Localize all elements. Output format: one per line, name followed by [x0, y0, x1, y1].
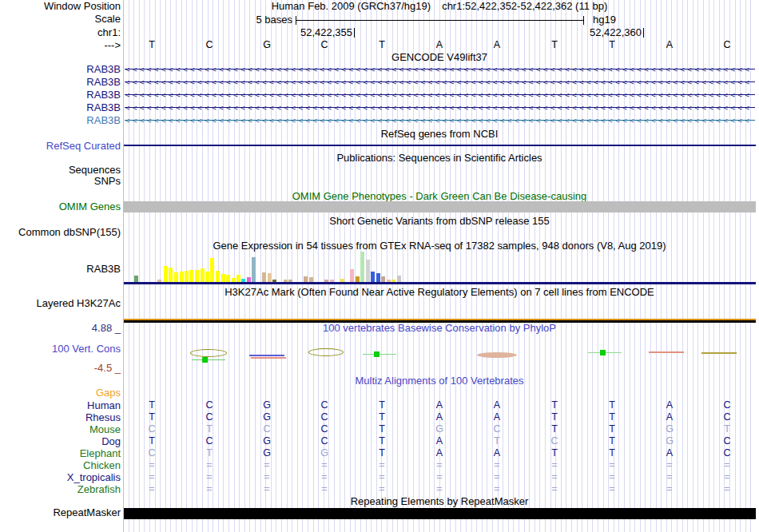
- layered-h3k27ac-label[interactable]: Layered H3K27Ac: [36, 298, 121, 309]
- common-dbsnp-label[interactable]: Common dbSNP(155): [18, 227, 121, 238]
- gene-label[interactable]: RAB3B: [86, 77, 121, 88]
- alignment-cell: T: [140, 399, 164, 411]
- alignment-cell: C: [542, 435, 566, 447]
- alignment-cell: A: [485, 447, 509, 459]
- alignment-cell: G: [255, 411, 279, 423]
- repeatmasker-title: Repeating Elements by RepeatMasker: [123, 496, 756, 507]
- refseq-curated-label[interactable]: RefSeq Curated: [46, 141, 121, 152]
- coordinate-left-tick: [354, 28, 355, 38]
- alignment-cell: C: [715, 447, 739, 459]
- genome-browser-image: Window Position Human Feb. 2009 (GRCh37/…: [0, 0, 759, 532]
- species-label: Elephant: [80, 447, 121, 459]
- alignment-cell: C: [715, 399, 739, 411]
- gtex-bar: [397, 276, 401, 282]
- track-left-guide: [123, 0, 124, 532]
- header-position-line: Human Feb. 2009 (GRCh37/hg19)chr1:52,422…: [123, 1, 756, 12]
- base-letter: A: [427, 40, 451, 50]
- gene-label[interactable]: RAB3B: [86, 102, 121, 113]
- alignment-cell: =: [427, 459, 451, 471]
- gtex-bar: [180, 272, 184, 282]
- snps-label[interactable]: SNPs: [94, 176, 121, 187]
- alignment-cell: =: [715, 459, 739, 471]
- alignment-cell: A: [658, 411, 682, 423]
- gene-label[interactable]: RAB3B: [86, 89, 121, 101]
- base-letter: C: [197, 40, 221, 50]
- gtex-bar: [221, 274, 225, 282]
- alignment-cell: G: [255, 399, 279, 411]
- alignment-cell: C: [312, 411, 336, 423]
- alignment-cell: G: [427, 423, 451, 435]
- omim-genes-label[interactable]: OMIM Genes: [59, 201, 121, 212]
- gtex-bar: [216, 271, 220, 282]
- alignment-cell: T: [370, 435, 394, 447]
- scale-bar: [296, 20, 583, 21]
- gene-label[interactable]: RAB3B: [86, 64, 121, 75]
- gtex-bar: [201, 268, 205, 282]
- gene-direction-arrows: <<<<<<<<<<<<<<<<<<<<<<<<<<<<<<<<<<<<<<<<…: [125, 64, 755, 75]
- dbsnp-title: Short Genetic Variants from dbSNP releas…: [123, 216, 756, 227]
- cons-mark: [363, 354, 396, 355]
- alignment-cell: A: [427, 411, 451, 423]
- base-letter: T: [542, 40, 566, 50]
- alignment-cell: =: [140, 483, 164, 495]
- scale-bar-right-tick: [583, 16, 584, 25]
- multiz-title: Multiz Alignments of 100 Vertebrates: [123, 375, 756, 387]
- gtex-gene-label[interactable]: RAB3B: [86, 264, 121, 275]
- alignment-cell: =: [542, 459, 566, 471]
- gtex-bar: [164, 266, 168, 282]
- alignment-cell: C: [312, 399, 336, 411]
- gtex-bar: [185, 271, 189, 282]
- alignment-cell: T: [370, 411, 394, 423]
- species-label: X_tropicalis: [67, 471, 121, 483]
- gencode-title[interactable]: GENCODE V49lift37: [123, 52, 756, 63]
- cons-mark: [202, 357, 208, 363]
- scale-label: Scale: [94, 14, 121, 25]
- repeatmasker-bar: [124, 508, 756, 519]
- gtex-bar: [169, 268, 173, 282]
- alignment-cell: A: [658, 447, 682, 459]
- cons-mark: [701, 352, 737, 354]
- base-letter: C: [312, 40, 336, 50]
- alignment-cell: =: [370, 459, 394, 471]
- alignment-cell: C: [715, 435, 739, 447]
- chrom-label: chr1:: [97, 27, 121, 38]
- alignment-cell: T: [600, 411, 624, 423]
- gene-direction-arrows: <<<<<<<<<<<<<<<<<<<<<<<<<<<<<<<<<<<<<<<<…: [125, 102, 755, 113]
- alignment-cell: =: [255, 459, 279, 471]
- gtex-title: Gene Expression in 54 tissues from GTEx …: [123, 240, 756, 252]
- alignment-cell: T: [370, 399, 394, 411]
- repeatmasker-label[interactable]: RepeatMasker: [53, 507, 121, 518]
- species-label: Rhesus: [85, 411, 121, 423]
- conservation-label[interactable]: 100 Vert. Cons: [52, 343, 121, 355]
- cons-axis-max: 4.88 _: [92, 323, 121, 334]
- base-letter: T: [600, 40, 624, 50]
- base-letter: T: [140, 40, 164, 50]
- assembly-label: Human Feb. 2009 (GRCh37/hg19): [272, 0, 431, 12]
- gene-model: <<<<<<<<<<<<<<<<<<<<<<<<<<<<<<<<<<<<<<<<…: [125, 77, 755, 88]
- refseq-gene-bar: [124, 145, 756, 146]
- gtex-bar: [262, 272, 266, 282]
- gaps-label[interactable]: Gaps: [96, 387, 121, 399]
- alignment-cell: T: [715, 423, 739, 435]
- base-letter: T: [370, 40, 394, 50]
- alignment-cell: G: [312, 447, 336, 459]
- gene-label[interactable]: RAB3B: [86, 115, 121, 126]
- alignment-cell: C: [485, 423, 509, 435]
- alignment-cell: =: [715, 483, 739, 495]
- alignment-cell: T: [370, 447, 394, 459]
- cons-mark: [649, 351, 684, 353]
- alignment-cell: =: [140, 471, 164, 483]
- gtex-bar: [376, 273, 380, 282]
- h3k27ac-title: H3K27Ac Mark (Often Found Near Active Re…: [123, 287, 756, 298]
- gene-model: <<<<<<<<<<<<<<<<<<<<<<<<<<<<<<<<<<<<<<<<…: [125, 115, 755, 126]
- gtex-bar: [134, 276, 138, 282]
- alignment-cell: T: [140, 411, 164, 423]
- alignment-cell: A: [485, 411, 509, 423]
- scale-bar-left-tick: [296, 16, 296, 25]
- alignment-cell: T: [600, 423, 624, 435]
- species-label: Dog: [101, 435, 121, 447]
- scale-value: 5 bases: [256, 14, 292, 26]
- cons-mark: [190, 349, 227, 357]
- gene-direction-arrows: <<<<<<<<<<<<<<<<<<<<<<<<<<<<<<<<<<<<<<<<…: [125, 77, 755, 88]
- sequences-label[interactable]: Sequences: [69, 165, 121, 176]
